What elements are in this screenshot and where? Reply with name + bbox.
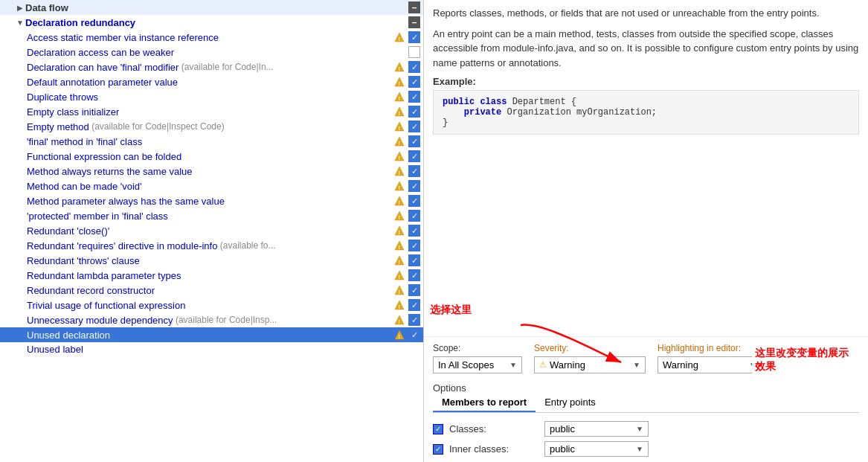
tree-item-empty-method[interactable]: Empty method (available for Code|Inspect…: [0, 119, 423, 134]
checkbox-method-void[interactable]: [408, 180, 420, 192]
trivial-label: Trivial usage of functional expression: [27, 300, 185, 311]
checkbox-final-method[interactable]: [408, 135, 420, 147]
warn-icon-final-method: !: [393, 135, 405, 147]
tree-item-data-flow[interactable]: ▶ Data flow –: [0, 0, 423, 15]
svg-text:!: !: [398, 80, 400, 87]
right-description: Reports classes, methods, or fields that…: [424, 0, 868, 336]
option-checkbox-classes[interactable]: [433, 424, 443, 434]
declaration-final-suffix: (available for Code|In...: [179, 62, 273, 72]
warn-icon-redundant-close: !: [393, 225, 405, 237]
classes-value: public: [550, 423, 575, 434]
warn-icon-trivial: !: [393, 299, 405, 311]
checkbox-redundant-close[interactable]: [408, 225, 420, 237]
checkbox-default-annotation[interactable]: [408, 76, 420, 88]
tree-item-method-void[interactable]: Method can be made 'void' !: [0, 179, 423, 193]
checkbox-empty-class[interactable]: [408, 106, 420, 118]
tree-item-unnecessary-module[interactable]: Unnecessary module dependency (available…: [0, 312, 423, 327]
tree-item-unused-label[interactable]: Unused label: [0, 342, 423, 356]
svg-text:!: !: [398, 110, 400, 117]
warn-icon-protected: !: [393, 210, 405, 222]
svg-text:!: !: [398, 199, 400, 206]
classes-select[interactable]: public ▼: [544, 421, 649, 437]
highlight-group: Highlighting in editor: Warning ▼: [658, 343, 762, 373]
checkbox-method-param[interactable]: [408, 195, 420, 207]
tree-item-declaration-redundancy[interactable]: ▼ Declaration redundancy –: [0, 15, 423, 30]
tree-item-trivial[interactable]: Trivial usage of functional expression !: [0, 298, 423, 312]
highlight-value: Warning: [663, 359, 698, 370]
tree-item-protected[interactable]: 'protected' member in 'final' class !: [0, 208, 423, 223]
checkbox-protected[interactable]: [408, 210, 420, 222]
checkbox-access-static[interactable]: [408, 31, 420, 43]
checkbox-trivial[interactable]: [408, 299, 420, 311]
scope-select[interactable]: In All Scopes ▼: [433, 356, 522, 373]
svg-text:!: !: [398, 140, 400, 147]
collapse-btn-decl[interactable]: –: [408, 16, 420, 28]
checkbox-functional[interactable]: [408, 150, 420, 162]
warn-icon-redundant-record: !: [393, 284, 405, 296]
checkbox-method-always[interactable]: [408, 165, 420, 177]
inner-classes-select[interactable]: public ▼: [544, 441, 649, 457]
functional-expr-label: Functional expression can be folded: [27, 151, 181, 162]
inner-classes-dropdown-arrow: ▼: [636, 445, 643, 453]
svg-text:!: !: [398, 304, 400, 310]
svg-text:!: !: [398, 259, 400, 266]
redundant-close-label: Redundant 'close()': [27, 225, 109, 237]
checkbox-unnecessary-module[interactable]: [408, 314, 420, 326]
tree-item-method-param[interactable]: Method parameter always has the same val…: [0, 193, 423, 208]
tree-item-redundant-record[interactable]: Redundant record constructor !: [0, 283, 423, 298]
expand-icon-decl: ▼: [15, 17, 25, 28]
tree-item-final-method[interactable]: 'final' method in 'final' class !: [0, 134, 423, 149]
empty-class-label: Empty class initializer: [27, 106, 119, 118]
protected-label: 'protected' member in 'final' class: [27, 211, 168, 222]
classes-dropdown-arrow: ▼: [636, 425, 643, 433]
severity-group: Severity: ⚠ Warning ▼: [534, 343, 646, 373]
tree-item-redundant-requires[interactable]: Redundant 'requires' directive in module…: [0, 238, 423, 253]
svg-text:!: !: [398, 95, 400, 102]
tree-item-declaration-final[interactable]: Declaration can have 'final' modifier (a…: [0, 60, 423, 74]
svg-text:!: !: [398, 155, 400, 161]
unused-label-label: Unused label: [27, 344, 83, 355]
option-row-classes: Classes: public ▼: [433, 419, 859, 439]
checkbox-duplicate-throws[interactable]: [408, 91, 420, 103]
checkbox-final[interactable]: [408, 61, 420, 73]
tree-item-method-always[interactable]: Method always returns the same value !: [0, 164, 423, 179]
tree-item-redundant-close[interactable]: Redundant 'close()' !: [0, 223, 423, 238]
data-flow-label: Data flow: [25, 2, 68, 13]
collapse-btn-data-flow[interactable]: –: [408, 1, 420, 13]
checkbox-redundant-lambda[interactable]: [408, 269, 420, 281]
svg-text:!: !: [398, 229, 400, 236]
warn-icon-functional: !: [393, 150, 405, 162]
tree-item-duplicate-throws[interactable]: Duplicate throws !: [0, 89, 423, 104]
tree-item-redundant-throws[interactable]: Redundant 'throws' clause !: [0, 253, 423, 268]
tree-item-unused-declaration[interactable]: Unused declaration !: [0, 327, 423, 342]
tree-item-declaration-access[interactable]: Declaration access can be weaker: [0, 45, 423, 60]
option-checkbox-inner-classes[interactable]: [433, 444, 443, 455]
severity-select[interactable]: ⚠ Warning ▼: [534, 356, 646, 373]
final-method-label: 'final' method in 'final' class: [27, 136, 142, 147]
unnecessary-module-label: Unnecessary module dependency: [27, 315, 173, 326]
tree-item-redundant-lambda[interactable]: Redundant lambda parameter types !: [0, 268, 423, 283]
method-param-label: Method parameter always has the same val…: [27, 196, 225, 207]
highlight-select[interactable]: Warning ▼: [658, 356, 762, 373]
severity-label: Severity:: [534, 343, 646, 353]
tree-item-functional-expr[interactable]: Functional expression can be folded !: [0, 149, 423, 164]
checkbox-redundant-throws[interactable]: [408, 254, 420, 266]
tree-item-access-static[interactable]: Access static member via instance refere…: [0, 30, 423, 45]
checkbox-declaration-access[interactable]: [408, 46, 420, 58]
unused-declaration-label: Unused declaration: [27, 330, 110, 341]
tree-item-empty-class[interactable]: Empty class initializer !: [0, 104, 423, 119]
empty-method-suffix: (available for Code|Inspect Code): [89, 121, 225, 132]
checkbox-empty-method[interactable]: [408, 121, 420, 132]
expand-icon-data-flow: ▶: [15, 2, 25, 13]
method-always-label: Method always returns the same value: [27, 166, 193, 177]
tree-item-default-annotation[interactable]: Default annotation parameter value !: [0, 74, 423, 89]
options-title: Options: [433, 382, 466, 394]
warn-icon-duplicate-throws: !: [393, 91, 405, 103]
checkbox-unused-declaration[interactable]: [408, 329, 420, 341]
scope-value: In All Scopes: [438, 359, 494, 370]
severity-dropdown-arrow: ▼: [633, 361, 640, 369]
checkbox-redundant-requires[interactable]: [408, 240, 420, 251]
checkbox-redundant-record[interactable]: [408, 284, 420, 296]
tab-members-to-report[interactable]: Members to report: [433, 394, 536, 412]
tab-entry-points[interactable]: Entry points: [536, 394, 605, 412]
